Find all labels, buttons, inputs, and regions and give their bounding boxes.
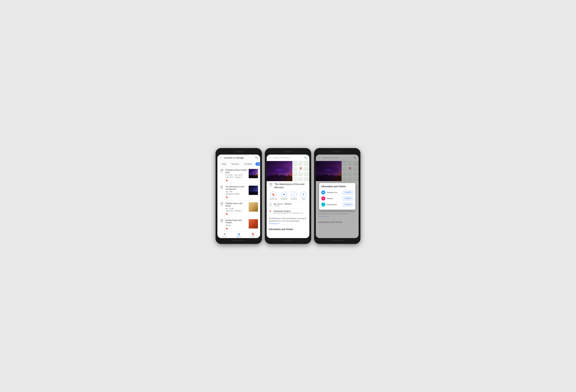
provider-row-ticketsite: 🎟 Ticketsite.com TICKETS [321, 189, 353, 196]
phone-1-camera [238, 151, 239, 152]
phone-2-search-bar: ← Search for events 🔍 [267, 155, 309, 161]
event-detail-header-2: 21 JUL The Adventures of Kira and Morris… [267, 181, 309, 190]
action-buttons-2: 🔖 Saved event ✖ Get tickets ◇ Directions [267, 190, 309, 201]
bookmark-icon-4[interactable]: 🔖 [226, 227, 228, 230]
action-get-tickets[interactable]: ✖ Get tickets [281, 192, 288, 200]
event-list: 20 JUL Pitchspoon Music Festival 2018 Fr… [217, 167, 260, 232]
phone-1-search-bar: ← concerts in chicago 🔍 [217, 155, 260, 161]
nav-for-you[interactable]: ✚ For You [217, 233, 232, 237]
provider-row-dealhub: ★ DealHub TICKETS [321, 196, 353, 202]
home-indicator-2 [282, 240, 294, 241]
event-detail-title-2: The Adventures of Kira and Morrison [274, 183, 307, 189]
event-info-2: The Adventures of Kira and Morrison Sat,… [226, 186, 247, 198]
phone-3: ← Search for events 🔍 [314, 148, 360, 244]
event-item-3[interactable]: 22 JUL Painting Class in the Studio Sun,… [217, 201, 260, 217]
filter-chips: Today Tomorrow This Week This Weekend [217, 161, 260, 167]
phone-2-camera [288, 151, 288, 152]
saved-event-icon: 🔖 [270, 192, 276, 198]
time-info-text: Sat, Jul 21, 7 PM EDT in 2 days [273, 203, 292, 207]
event-item-4[interactable]: 22 JUL Sunday Feasts with Friends Sunday… [217, 217, 260, 232]
food-thumb [249, 219, 258, 229]
phone-3-camera [337, 151, 338, 152]
hero-concert-img [267, 161, 292, 181]
phone-3-top-bar [316, 150, 359, 154]
phone-2: ← Search for events 🔍 [265, 148, 311, 244]
event-date-2: 21 JUL [220, 186, 224, 190]
phone-2-search-placeholder[interactable]: Search for events [273, 157, 303, 159]
event-thumb-3 [249, 202, 258, 212]
phone-1-top-bar [217, 150, 260, 154]
action-directions[interactable]: ◇ Directions [291, 192, 297, 200]
phones-container: ← concerts in chicago 🔍 Today Tomorrow T… [216, 148, 360, 244]
event-thumb-1 [249, 169, 258, 178]
phone-2-search-icon[interactable]: 🔍 [304, 156, 307, 159]
bottom-nav: ✚ For You ▦ Browse 🔖 Saved [217, 232, 260, 238]
event-item-1[interactable]: 20 JUL Pitchspoon Music Festival 2018 Fr… [217, 167, 260, 184]
ticketsite-logo: 🎟 [321, 190, 325, 194]
action-share[interactable]: ⬆ Share [301, 192, 306, 200]
map-pin: 📍 [299, 167, 303, 171]
event-thumb-4 [249, 219, 258, 229]
modal-overlay[interactable]: Information and Tickets 🎟 Ticketsite.com… [316, 155, 359, 238]
home-indicator-1 [232, 240, 245, 241]
bookmark-icon-3[interactable]: 🔖 [226, 213, 228, 215]
nav-browse[interactable]: ▦ Browse [232, 233, 246, 237]
phone-2-screen: ← Search for events 🔍 [267, 155, 309, 238]
ticketsite-tickets-btn[interactable]: TICKETS [343, 191, 353, 194]
event-thumb-2 [249, 186, 258, 195]
provider-info-dealhub: ★ DealHub [321, 196, 333, 201]
action-saved-event[interactable]: 🔖 Saved event [270, 192, 277, 200]
provider-row-groupsintown: ♪ Groupsintown TICKETS [321, 202, 353, 208]
modal-title: Information and Tickets [321, 185, 353, 188]
phone-2-content: 📍 21 JUL The Adventures of Kira and Morr… [267, 161, 309, 238]
event-description-2: The Adventures of Kira and Morrison is c… [267, 216, 309, 227]
info-tickets-section-2: Information and Tickets [267, 227, 309, 232]
chip-this-weekend[interactable]: This Weekend [255, 162, 260, 166]
event-detail-date-2: 21 JUL [269, 183, 273, 187]
groupsintown-logo: ♪ [321, 203, 325, 207]
event-item-2[interactable]: 21 JUL The Adventures of Kira and Morris… [217, 184, 260, 201]
ticketsite-link-2[interactable]: Ticketsite.com [269, 223, 280, 224]
concert-thumb-1 [249, 169, 258, 178]
event-date-4: 22 JUL [220, 219, 224, 223]
event-hero-2: 📍 [267, 161, 309, 181]
concert-thumb-2 [249, 186, 258, 195]
event-info-1: Pitchspoon Music Festival 2018 Fri, Jul … [226, 169, 247, 182]
location-info-text: Snickerpark Stadium 100 West Snickerpark… [273, 210, 303, 214]
for-you-icon: ✚ [224, 233, 226, 235]
hero-map: 📍 [292, 161, 309, 181]
clock-icon: 🕐 [269, 203, 272, 206]
phone-1-screen: ← concerts in chicago 🔍 Today Tomorrow T… [217, 155, 260, 238]
location-info-row: 📍 Snickerpark Stadium 100 West Snickerpa… [267, 209, 309, 216]
bookmark-icon-1[interactable]: 🔖 [226, 179, 228, 182]
chip-this-week[interactable]: This Week [242, 162, 254, 166]
directions-icon: ◇ [291, 192, 297, 198]
phone-2-top-bar [267, 150, 309, 154]
browse-icon: ▦ [238, 233, 240, 235]
home-indicator-3 [331, 240, 344, 241]
phone-1-bottom-bar [217, 239, 260, 242]
event-info-3: Painting Class in the Studio Sun, 12 AM … [226, 202, 247, 215]
groupsintown-tickets-btn[interactable]: TICKETS [343, 203, 353, 206]
share-icon: ⬆ [301, 192, 306, 198]
chip-today[interactable]: Today [220, 162, 228, 166]
location-pin-icon: 📍 [269, 210, 272, 213]
phone-2-back-arrow[interactable]: ← [269, 156, 272, 159]
dealhub-logo: ★ [321, 196, 325, 201]
event-date-1: 20 JUL [220, 169, 224, 173]
nav-saved[interactable]: 🔖 Saved [246, 233, 260, 237]
dealhub-tickets-btn[interactable]: TICKETS [343, 197, 353, 200]
painting-thumb [249, 202, 258, 212]
get-tickets-icon: ✖ [281, 192, 287, 198]
info-tickets-title-2: Information and Tickets [269, 228, 307, 231]
tickets-modal: Information and Tickets 🎟 Ticketsite.com… [319, 183, 355, 209]
bookmark-icon-2[interactable]: 🔖 [226, 196, 228, 198]
provider-info-ticketsite: 🎟 Ticketsite.com [321, 190, 337, 194]
phone-3-bottom-bar [316, 239, 359, 242]
chip-tomorrow[interactable]: Tomorrow [229, 162, 241, 166]
phone-1: ← concerts in chicago 🔍 Today Tomorrow T… [216, 148, 262, 244]
back-arrow-icon[interactable]: ← [220, 156, 222, 159]
time-info-row: 🕐 Sat, Jul 21, 7 PM EDT in 2 days [267, 201, 309, 209]
phone-2-bottom-bar [267, 239, 309, 242]
search-icon[interactable]: 🔍 [255, 156, 258, 159]
